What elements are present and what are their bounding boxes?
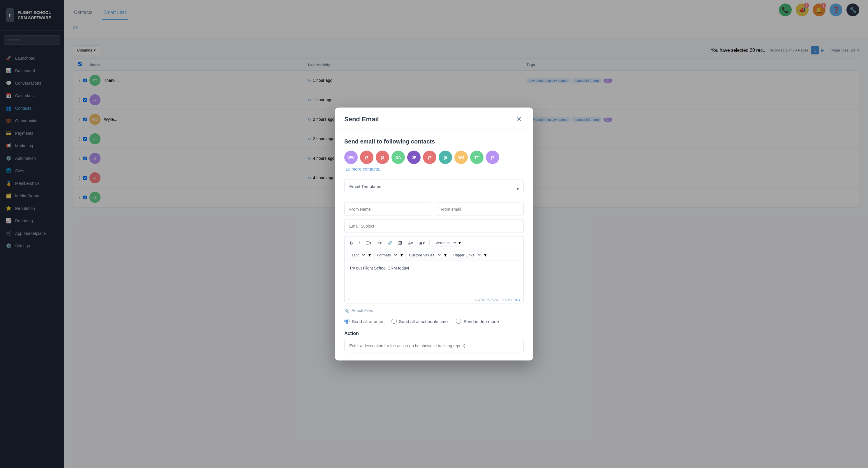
close-button[interactable]: ✕ bbox=[515, 115, 524, 124]
contact-avatar: (7 bbox=[360, 151, 373, 164]
modal-subtitle: Send email to following contacts bbox=[344, 138, 524, 145]
contact-avatar: WJ bbox=[455, 151, 468, 164]
send-at-once-option[interactable]: Send all at once bbox=[344, 319, 383, 324]
send-in-drip-radio[interactable] bbox=[456, 319, 461, 324]
send-options-row: Send all at once Send all at schedule ti… bbox=[344, 319, 524, 324]
modal-body: Send email to following contacts WW (7 (… bbox=[335, 130, 533, 361]
paragraph-label: P bbox=[347, 298, 349, 302]
highlight-button[interactable]: ▣▾ bbox=[416, 239, 427, 246]
font-family-select[interactable]: Verdana bbox=[432, 239, 457, 247]
ordered-list-button[interactable]: ≡▾ bbox=[375, 239, 384, 246]
font-size-select[interactable]: 11pt bbox=[347, 251, 366, 259]
link-button[interactable]: 🔗 bbox=[385, 239, 395, 246]
font-size-chevron: ▾ bbox=[369, 252, 371, 258]
send-at-once-radio[interactable] bbox=[344, 319, 349, 324]
send-at-once-label: Send all at once bbox=[352, 319, 383, 324]
contact-avatar: WW bbox=[344, 151, 358, 164]
contact-avatar: (7 bbox=[486, 151, 499, 164]
image-button[interactable]: 🖼 bbox=[396, 239, 405, 246]
send-in-drip-option[interactable]: Send in drip mode bbox=[456, 319, 499, 324]
from-name-input[interactable] bbox=[344, 203, 432, 216]
formats-chevron: ▾ bbox=[401, 252, 403, 258]
send-in-drip-label: Send in drip mode bbox=[463, 319, 499, 324]
font-color-button[interactable]: A▾ bbox=[406, 239, 415, 246]
formats-select[interactable]: Formats bbox=[373, 251, 398, 259]
contact-avatar: (2 bbox=[376, 151, 389, 164]
trigger-links-chevron: ▾ bbox=[484, 252, 487, 258]
editor-footer: P 6 WORDS POWERED BY TINY bbox=[345, 296, 523, 303]
tiny-link[interactable]: TINY bbox=[513, 298, 521, 302]
custom-values-chevron: ▾ bbox=[444, 252, 446, 258]
editor-toolbar-row1: B I ☰▾ ≡▾ 🔗 🖼 A▾ ▣▾ Verdana ▾ bbox=[345, 237, 523, 249]
modal-title: Send Email bbox=[344, 115, 379, 123]
contact-avatar: (6 bbox=[439, 151, 452, 164]
email-editor: B I ☰▾ ≡▾ 🔗 🖼 A▾ ▣▾ Verdana ▾ 11pt ▾ bbox=[344, 236, 524, 304]
trigger-links-select[interactable]: Trigger Links bbox=[449, 251, 482, 259]
send-at-schedule-radio[interactable] bbox=[392, 319, 397, 324]
send-at-schedule-label: Send all at schedule time bbox=[399, 319, 448, 324]
email-templates-wrapper: Email Templates ▾ bbox=[344, 179, 524, 198]
contact-avatar: GA bbox=[392, 151, 405, 164]
contact-avatar: TT bbox=[470, 151, 484, 164]
action-input[interactable] bbox=[344, 339, 524, 353]
attach-label: Attach Files bbox=[351, 308, 373, 313]
email-subject-input[interactable] bbox=[344, 220, 524, 233]
bold-button[interactable]: B bbox=[347, 239, 355, 246]
send-at-schedule-option[interactable]: Send all at schedule time bbox=[392, 319, 448, 324]
word-count: 6 WORDS POWERED BY TINY bbox=[475, 298, 521, 302]
action-label: Action bbox=[344, 331, 524, 336]
send-email-modal: Send Email ✕ Send email to following con… bbox=[335, 108, 533, 361]
unordered-list-button[interactable]: ☰▾ bbox=[363, 239, 374, 246]
attach-icon: 📎 bbox=[344, 308, 349, 313]
email-templates-select[interactable]: Email Templates bbox=[344, 179, 524, 193]
attach-files-row[interactable]: 📎 Attach Files bbox=[344, 308, 524, 313]
modal-header: Send Email ✕ bbox=[335, 108, 533, 130]
italic-button[interactable]: I bbox=[356, 239, 362, 246]
more-contacts-link[interactable]: 10 more contacts... bbox=[345, 166, 383, 171]
contact-avatar: JF bbox=[407, 151, 421, 164]
from-email-input[interactable] bbox=[436, 203, 524, 216]
editor-toolbar-row2: 11pt ▾ Formats ▾ Custom Values ▾ Trigger… bbox=[345, 249, 523, 261]
editor-content[interactable]: Try out Flight School CRM today! bbox=[345, 261, 523, 296]
contacts-row: WW (7 (2 GA JF (7 (6 WJ TT (7 10 more co… bbox=[344, 151, 524, 171]
custom-values-select[interactable]: Custom Values bbox=[405, 251, 442, 259]
contact-avatar: (7 bbox=[423, 151, 436, 164]
toolbar-separator bbox=[429, 240, 430, 246]
from-row bbox=[344, 203, 524, 216]
font-chevron: ▾ bbox=[459, 240, 461, 246]
